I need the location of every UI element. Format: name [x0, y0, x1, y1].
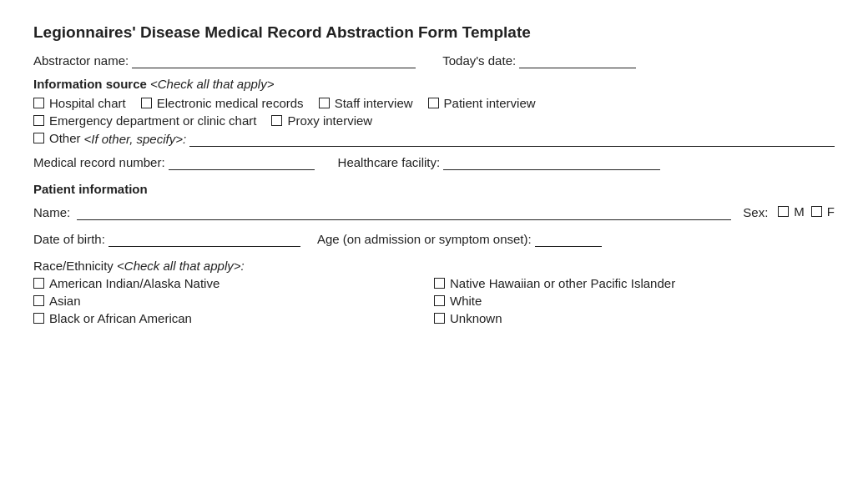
checkbox-box-proxy-interview[interactable]	[271, 115, 282, 126]
abstractor-row: Abstractor name: Today's date:	[33, 53, 835, 68]
checkbox-american-indian[interactable]: American Indian/Alaska Native	[33, 276, 434, 290]
abstractor-input[interactable]	[132, 53, 416, 68]
info-source-section: Information source <Check all that apply…	[33, 77, 835, 147]
checkbox-box-hospital-chart[interactable]	[33, 98, 44, 108]
med-rec-label: Medical record number:	[33, 155, 165, 169]
race-note: <Check all that apply>:	[117, 259, 245, 273]
checkbox-sex-m[interactable]: M	[778, 204, 805, 219]
race-section: Race/Ethnicity <Check all that apply>: A…	[33, 259, 835, 325]
sex-group: M F	[778, 204, 835, 219]
other-row: Other <If other, specify>:	[33, 131, 835, 147]
checkbox-box-native-hawaiian[interactable]	[434, 278, 445, 289]
checkbox-hospital-chart[interactable]: Hospital chart	[33, 96, 126, 110]
checkbox-patient-interview[interactable]: Patient interview	[428, 96, 536, 110]
checkbox-box-other[interactable]	[33, 133, 44, 143]
age-input[interactable]	[535, 232, 602, 247]
race-col1: American Indian/Alaska Native Asian Blac…	[33, 276, 434, 325]
checkbox-box-staff-interview[interactable]	[319, 98, 330, 108]
checkbox-box-unknown[interactable]	[434, 313, 445, 324]
sex-label: Sex:	[743, 205, 768, 219]
healthcare-label: Healthcare facility:	[338, 155, 441, 169]
med-rec-input[interactable]	[169, 155, 315, 170]
race-label: Race/Ethnicity	[33, 259, 114, 273]
info-source-row2: Emergency department or clinic chart Pro…	[33, 113, 835, 128]
checkbox-staff-interview[interactable]: Staff interview	[319, 96, 413, 110]
checkbox-box-patient-interview[interactable]	[428, 98, 439, 108]
checkbox-black[interactable]: Black or African American	[33, 311, 434, 325]
name-label: Name:	[33, 205, 70, 219]
page-title: Legionnaires' Disease Medical Record Abs…	[33, 23, 835, 42]
dob-label: Date of birth:	[33, 232, 105, 246]
checkbox-sex-f[interactable]: F	[811, 204, 835, 219]
med-rec-row: Medical record number: Healthcare facili…	[33, 155, 835, 170]
checkbox-white[interactable]: White	[434, 294, 835, 308]
checkbox-box-emergency-dept[interactable]	[33, 115, 44, 126]
checkbox-asian[interactable]: Asian	[33, 294, 434, 308]
checkbox-proxy-interview[interactable]: Proxy interview	[271, 113, 372, 128]
checkbox-box-white[interactable]	[434, 295, 445, 306]
checkbox-electronic-medical-records[interactable]: Electronic medical records	[141, 96, 304, 110]
race-grid: American Indian/Alaska Native Asian Blac…	[33, 276, 835, 325]
other-specify-input[interactable]	[189, 132, 835, 147]
todays-date-input[interactable]	[519, 53, 636, 68]
age-label: Age (on admission or symptom onset):	[317, 232, 532, 246]
dob-row: Date of birth: Age (on admission or symp…	[33, 232, 835, 247]
checkbox-box-black[interactable]	[33, 313, 44, 324]
info-source-row1: Hospital chart Electronic medical record…	[33, 96, 835, 110]
patient-info-section: Patient information Name: Sex: M F Date …	[33, 182, 835, 325]
other-note: <If other, specify>:	[84, 132, 187, 146]
healthcare-input[interactable]	[443, 155, 660, 170]
checkbox-box-sex-f[interactable]	[811, 206, 822, 217]
checkbox-box-emr[interactable]	[141, 98, 152, 108]
race-label-row: Race/Ethnicity <Check all that apply>:	[33, 259, 835, 273]
patient-info-title: Patient information	[33, 182, 835, 196]
info-source-title: Information source <Check all that apply…	[33, 77, 835, 91]
dob-input[interactable]	[108, 232, 300, 247]
todays-date-label: Today's date:	[442, 53, 516, 68]
checkbox-box-sex-m[interactable]	[778, 206, 789, 217]
name-sex-row: Name: Sex: M F	[33, 204, 835, 220]
checkbox-unknown[interactable]: Unknown	[434, 311, 835, 325]
race-col2: Native Hawaiian or other Pacific Islande…	[434, 276, 835, 325]
info-source-note: <Check all that apply>	[150, 77, 274, 91]
checkbox-emergency-dept[interactable]: Emergency department or clinic chart	[33, 113, 256, 128]
abstractor-label: Abstractor name:	[33, 53, 129, 68]
checkbox-other[interactable]: Other	[33, 131, 81, 145]
checkbox-native-hawaiian[interactable]: Native Hawaiian or other Pacific Islande…	[434, 276, 835, 290]
checkbox-box-asian[interactable]	[33, 295, 44, 306]
checkbox-box-american-indian[interactable]	[33, 278, 44, 289]
name-input[interactable]	[77, 205, 731, 220]
